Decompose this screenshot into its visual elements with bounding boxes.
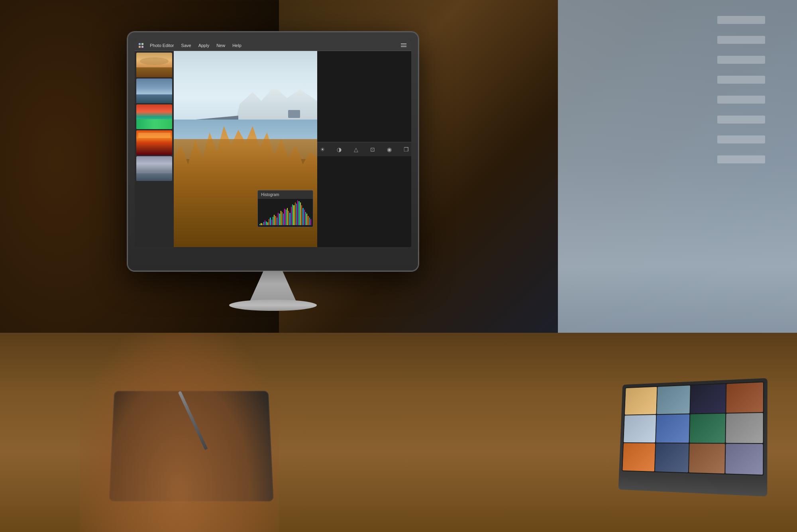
- laptop-photo: [689, 444, 725, 473]
- histogram-bar: [278, 213, 279, 225]
- histogram-bar: [265, 220, 265, 225]
- histogram-bar: [259, 224, 260, 225]
- histogram-bar: [293, 205, 294, 225]
- thumbnail-sidebar: [135, 51, 174, 247]
- histogram-bar: [309, 218, 310, 225]
- laptop-lid: [619, 378, 768, 479]
- tone-tool[interactable]: △: [351, 144, 361, 155]
- laptop: [618, 378, 768, 497]
- laptop-screen: [622, 381, 764, 475]
- histogram-bar: [270, 218, 271, 225]
- thumbnail-2[interactable]: [136, 79, 172, 103]
- histogram-bar: [262, 224, 263, 225]
- laptop-photo: [690, 384, 726, 413]
- preview-tool[interactable]: ◉: [384, 144, 395, 155]
- histogram-title: Histogram: [258, 190, 313, 199]
- main-canvas[interactable]: Histogram ☀ ◑ △ ⊡ ◉: [174, 51, 411, 247]
- histogram-bar: [292, 204, 293, 225]
- histogram-bar: [296, 204, 297, 225]
- menu-app-title[interactable]: Photo Editor: [147, 42, 177, 49]
- histogram-bar: [288, 211, 289, 225]
- hamburger-line: [401, 45, 406, 46]
- laptop-photo: [657, 385, 690, 414]
- histogram-bar: [271, 220, 272, 225]
- thumbnail-1[interactable]: [136, 53, 172, 77]
- histogram-bar: [284, 209, 285, 225]
- svg-rect-1: [141, 43, 143, 45]
- landscape-building: [288, 110, 300, 118]
- contrast-tool[interactable]: ◑: [334, 144, 344, 155]
- blind-stripe: [717, 135, 765, 143]
- blind-stripe: [717, 36, 765, 44]
- hamburger-line: [401, 43, 406, 44]
- histogram-bar: [266, 222, 267, 225]
- monitor-base: [229, 300, 317, 311]
- histogram-bar: [297, 200, 298, 225]
- laptop-photo: [656, 414, 689, 443]
- histogram-bar: [291, 207, 292, 226]
- histogram-chart: [258, 199, 313, 227]
- thumbnail-3[interactable]: [136, 104, 172, 129]
- histogram-bar: [273, 217, 273, 225]
- histogram-bar: [269, 219, 269, 226]
- histogram-bar: [261, 223, 261, 225]
- monitor: Photo Editor Save Apply New Help: [128, 32, 418, 271]
- laptop-photo: [690, 414, 725, 443]
- histogram-bar: [300, 202, 301, 225]
- blind-stripe: [717, 76, 765, 84]
- svg-rect-3: [141, 46, 143, 48]
- menu-apply[interactable]: Apply: [195, 42, 213, 49]
- histogram-bar: [295, 202, 296, 225]
- laptop-photo: [624, 415, 656, 442]
- histogram-bar: [282, 212, 283, 225]
- menu-help[interactable]: Help: [229, 42, 245, 49]
- histogram-bar: [305, 212, 306, 225]
- app-content: Histogram ☀ ◑ △ ⊡ ◉: [135, 51, 411, 247]
- blind-stripe: [717, 16, 765, 24]
- hand-arm: [80, 333, 279, 532]
- blind-stripe: [717, 56, 765, 64]
- laptop-photo: [622, 443, 655, 471]
- histogram-bar: [281, 211, 281, 225]
- histogram-bar: [306, 214, 307, 225]
- histogram-bar: [283, 214, 284, 225]
- histogram-bar: [302, 208, 303, 225]
- laptop-photo: [726, 382, 763, 412]
- blind-stripe: [717, 116, 765, 124]
- histogram-bar: [304, 210, 305, 225]
- menu-bar: Photo Editor Save Apply New Help: [135, 40, 411, 51]
- histogram-bar: [274, 215, 275, 225]
- histogram-bars: [259, 200, 311, 225]
- crop-tool[interactable]: ⊡: [367, 144, 378, 155]
- menu-hamburger-button[interactable]: [399, 42, 408, 49]
- main-image: Histogram: [174, 51, 317, 247]
- histogram-bar: [279, 214, 280, 225]
- histogram-bar: [308, 216, 308, 225]
- histogram-bar: [289, 213, 290, 225]
- laptop-photo: [726, 413, 763, 443]
- laptop-photo: [725, 444, 763, 475]
- svg-rect-2: [139, 46, 141, 48]
- window-blinds: [717, 0, 765, 279]
- histogram-bar: [275, 216, 276, 225]
- histogram-bar: [277, 218, 277, 225]
- brightness-tool[interactable]: ☀: [317, 144, 328, 155]
- histogram-panel[interactable]: Histogram: [257, 190, 313, 227]
- monitor-screen: Photo Editor Save Apply New Help: [135, 40, 411, 247]
- layers-tool[interactable]: ❐: [401, 144, 411, 155]
- hamburger-line: [401, 46, 406, 47]
- menu-new[interactable]: New: [213, 42, 228, 49]
- histogram-bar: [286, 210, 287, 225]
- thumbnail-5[interactable]: [136, 156, 172, 181]
- histogram-bar: [301, 205, 302, 225]
- thumbnail-4[interactable]: [136, 130, 172, 155]
- histogram-bar: [298, 201, 299, 225]
- blind-stripe: [717, 155, 765, 163]
- laptop-photo: [625, 387, 657, 415]
- histogram-bar: [310, 219, 311, 226]
- histogram-bar: [287, 208, 288, 225]
- svg-rect-0: [139, 43, 141, 45]
- menu-save[interactable]: Save: [178, 42, 194, 49]
- app-icon: [138, 42, 144, 49]
- bottom-toolbar: ☀ ◑ △ ⊡ ◉ ❐: [317, 142, 411, 156]
